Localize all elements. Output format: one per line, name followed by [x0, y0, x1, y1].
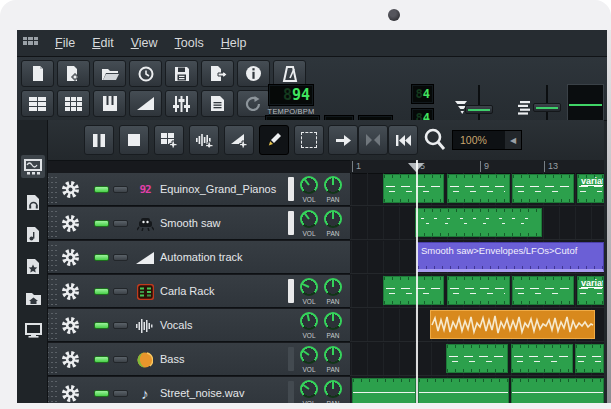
pause-button[interactable]	[84, 125, 114, 155]
menu-edit[interactable]: Edit	[92, 36, 114, 50]
bb-editor-button[interactable]	[57, 90, 90, 117]
pattern-clip[interactable]	[512, 276, 574, 305]
save-project-button[interactable]	[165, 60, 198, 87]
track-gear-button[interactable]	[61, 316, 80, 335]
pattern-clip[interactable]	[447, 276, 510, 305]
track-lane[interactable]	[350, 309, 604, 342]
pattern-clip[interactable]: variat	[577, 276, 604, 305]
sample-clip[interactable]	[511, 378, 604, 403]
open-project-button[interactable]	[93, 60, 126, 87]
solo-led[interactable]	[113, 254, 128, 261]
track-grip-handle[interactable]	[48, 309, 57, 342]
project-info-button[interactable]	[237, 60, 270, 87]
mute-led[interactable]	[94, 356, 109, 363]
track-gear-button[interactable]	[61, 384, 80, 403]
zoom-level-select[interactable]: 100% ◀	[452, 130, 522, 150]
sidebar-item-presets[interactable]	[21, 223, 45, 246]
sidebar-item-favorites[interactable]	[21, 255, 45, 278]
chevron-left-icon[interactable]: ◀	[505, 131, 521, 149]
menu-file[interactable]: File	[55, 36, 75, 50]
mute-led[interactable]	[94, 288, 109, 295]
pan-knob[interactable]	[324, 210, 342, 228]
track-fader[interactable]	[288, 279, 294, 303]
mute-led[interactable]	[94, 254, 109, 261]
fx-mixer-button[interactable]	[165, 90, 198, 117]
pan-knob[interactable]	[324, 346, 342, 364]
tempo-display[interactable]: 894	[268, 84, 314, 106]
volume-knob[interactable]	[300, 346, 318, 364]
solo-led[interactable]	[113, 220, 128, 227]
track-fader[interactable]	[288, 347, 294, 371]
add-bb-track-button[interactable]	[154, 125, 184, 155]
export-project-button[interactable]	[201, 60, 234, 87]
pan-knob[interactable]	[324, 278, 342, 296]
pattern-clip[interactable]	[446, 344, 508, 373]
timesig-numerator-display[interactable]: 84	[411, 84, 434, 104]
stop-button[interactable]	[119, 125, 149, 155]
track-gear-button[interactable]	[61, 350, 80, 369]
new-project-button[interactable]	[21, 60, 54, 87]
arrow-mode-button[interactable]	[328, 125, 358, 155]
track-name[interactable]: Carla Rack	[160, 275, 214, 308]
track-name[interactable]: Vocals	[160, 309, 192, 342]
menu-tools[interactable]: Tools	[175, 36, 204, 50]
track-lane[interactable]	[350, 377, 604, 403]
piano-roll-button[interactable]	[93, 90, 126, 117]
add-automation-track-button[interactable]	[224, 125, 254, 155]
song-editor-button[interactable]	[21, 90, 54, 117]
metronome-button[interactable]	[273, 60, 306, 87]
pan-knob[interactable]	[324, 312, 342, 330]
track-gear-button[interactable]	[61, 248, 80, 267]
track-gear-button[interactable]	[61, 180, 80, 199]
automation-clip[interactable]: Smooth saw>Envelopes/LFOs>Cutof	[417, 242, 604, 272]
recent-projects-button[interactable]	[129, 60, 162, 87]
pattern-clip[interactable]	[512, 174, 574, 203]
track-fader[interactable]	[288, 177, 294, 201]
sidebar-item-samples[interactable]	[21, 191, 45, 214]
volume-knob[interactable]	[300, 312, 318, 330]
volume-knob[interactable]	[300, 380, 318, 398]
menu-view[interactable]: View	[131, 36, 158, 50]
track-fader[interactable]	[288, 211, 294, 235]
solo-led[interactable]	[113, 288, 128, 295]
pattern-clip[interactable]	[511, 344, 573, 373]
volume-knob[interactable]	[300, 176, 318, 194]
project-notes-button[interactable]	[201, 90, 234, 117]
track-name[interactable]: Bass	[160, 343, 184, 376]
pan-knob[interactable]	[324, 380, 342, 398]
new-from-template-button[interactable]	[57, 60, 90, 87]
track-lane[interactable]	[350, 207, 604, 240]
track-grip-handle[interactable]	[48, 275, 57, 308]
master-volume-slider[interactable]	[465, 105, 493, 114]
menu-help[interactable]: Help	[221, 36, 247, 50]
solo-led[interactable]	[113, 322, 128, 329]
select-mode-button[interactable]	[294, 125, 324, 155]
mute-led[interactable]	[94, 390, 109, 397]
mute-led[interactable]	[94, 220, 109, 227]
track-name[interactable]: Smooth saw	[160, 207, 221, 240]
track-lane[interactable]: Smooth saw>Envelopes/LFOs>Cutof	[350, 241, 604, 274]
track-grip-handle[interactable]	[48, 207, 57, 240]
track-gear-button[interactable]	[61, 214, 80, 233]
mute-led[interactable]	[94, 186, 109, 193]
volume-knob[interactable]	[300, 210, 318, 228]
sidebar-item-computer[interactable]	[21, 319, 45, 342]
track-lane[interactable]: variat	[350, 275, 604, 308]
track-name[interactable]: Street_noise.wav	[160, 377, 244, 403]
track-grip-handle[interactable]	[48, 343, 57, 376]
audio-clip[interactable]	[430, 310, 595, 339]
master-pitch-slider[interactable]	[533, 103, 561, 112]
sidebar-item-home[interactable]	[21, 287, 45, 310]
solo-led[interactable]	[113, 186, 128, 193]
pattern-clip[interactable]	[383, 174, 444, 203]
add-sample-track-button[interactable]	[189, 125, 219, 155]
automation-editor-button[interactable]	[129, 90, 162, 117]
pattern-clip[interactable]	[415, 208, 542, 237]
sample-clip[interactable]	[418, 378, 509, 403]
pattern-clip[interactable]	[383, 276, 444, 305]
output-visualizer[interactable]	[567, 84, 604, 124]
track-lane[interactable]: variat	[350, 173, 604, 206]
volume-knob[interactable]	[300, 278, 318, 296]
track-grip-handle[interactable]	[48, 241, 57, 274]
track-name[interactable]: Automation track	[160, 241, 243, 274]
